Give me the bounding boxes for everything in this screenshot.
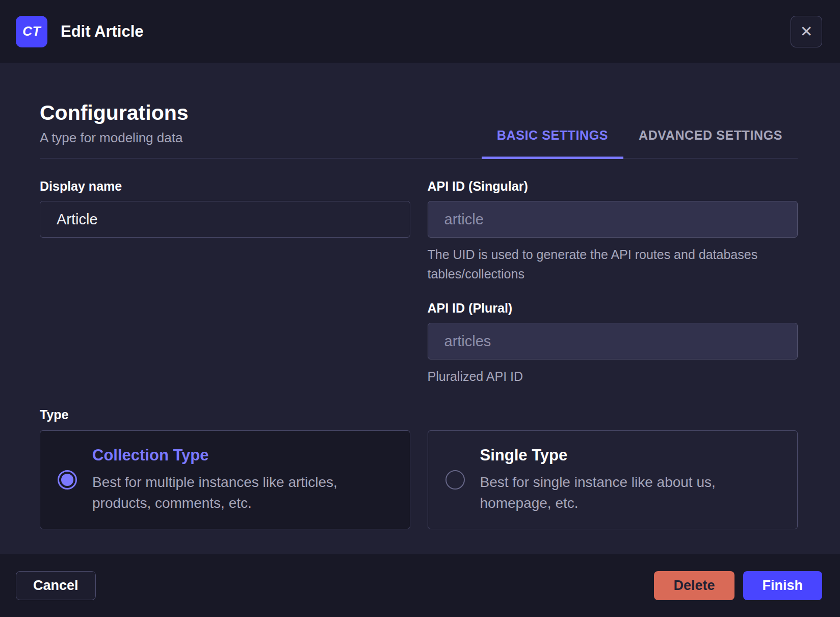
form-right-column: API ID (Singular) The UID is used to gen… xyxy=(428,179,798,386)
display-name-field-group: Display name xyxy=(40,179,410,238)
api-id-plural-field-group: API ID (Plural) Pluralized API ID xyxy=(428,301,798,386)
close-button[interactable]: ✕ xyxy=(791,16,822,47)
radio-selected-icon[interactable] xyxy=(58,470,77,490)
section-titles: Configurations A type for modeling data xyxy=(40,101,189,158)
display-name-label: Display name xyxy=(40,179,410,194)
type-option-single[interactable]: Single Type Best for single instance lik… xyxy=(428,430,798,529)
type-section-label: Type xyxy=(40,407,798,422)
api-id-singular-label: API ID (Singular) xyxy=(428,179,798,194)
collection-type-title: Collection Type xyxy=(92,446,392,465)
edit-article-modal: CT Edit Article ✕ Configurations A type … xyxy=(0,0,840,617)
delete-button[interactable]: Delete xyxy=(654,571,734,600)
tab-basic-settings[interactable]: BASIC SETTINGS xyxy=(482,128,623,158)
modal-title: Edit Article xyxy=(61,22,144,41)
tab-advanced-settings[interactable]: ADVANCED SETTINGS xyxy=(623,128,798,158)
content-type-badge: CT xyxy=(16,16,47,47)
display-name-input[interactable] xyxy=(40,201,410,238)
form-left-column: Display name xyxy=(40,179,410,386)
single-type-description: Best for single instance like about us, … xyxy=(480,472,780,513)
collection-type-description: Best for multiple instances like article… xyxy=(92,472,392,513)
type-options: Collection Type Best for multiple instan… xyxy=(40,430,798,529)
modal-body: Configurations A type for modeling data … xyxy=(0,63,840,554)
modal-header: CT Edit Article ✕ xyxy=(0,0,840,63)
single-type-title: Single Type xyxy=(480,446,780,465)
api-id-singular-hint: The UID is used to generate the API rout… xyxy=(428,245,798,284)
api-id-plural-hint: Pluralized API ID xyxy=(428,367,798,386)
type-option-collection[interactable]: Collection Type Best for multiple instan… xyxy=(40,430,410,529)
cancel-button[interactable]: Cancel xyxy=(16,571,96,600)
collection-type-texts: Collection Type Best for multiple instan… xyxy=(92,446,392,513)
api-id-singular-field-group: API ID (Singular) The UID is used to gen… xyxy=(428,179,798,284)
radio-dot xyxy=(61,474,73,486)
api-id-plural-input[interactable] xyxy=(428,323,798,359)
api-id-singular-input[interactable] xyxy=(428,201,798,238)
settings-tabs: BASIC SETTINGS ADVANCED SETTINGS xyxy=(482,128,798,158)
finish-button[interactable]: Finish xyxy=(743,571,823,600)
radio-unselected-icon[interactable] xyxy=(445,470,465,490)
close-icon: ✕ xyxy=(800,24,812,39)
section-header: Configurations A type for modeling data … xyxy=(40,101,798,159)
modal-footer: Cancel Delete Finish xyxy=(0,554,840,617)
page-subtitle: A type for modeling data xyxy=(40,130,189,146)
configuration-form: Display name API ID (Singular) The UID i… xyxy=(40,179,798,386)
api-id-plural-label: API ID (Plural) xyxy=(428,301,798,316)
single-type-texts: Single Type Best for single instance lik… xyxy=(480,446,780,513)
page-title: Configurations xyxy=(40,101,189,125)
